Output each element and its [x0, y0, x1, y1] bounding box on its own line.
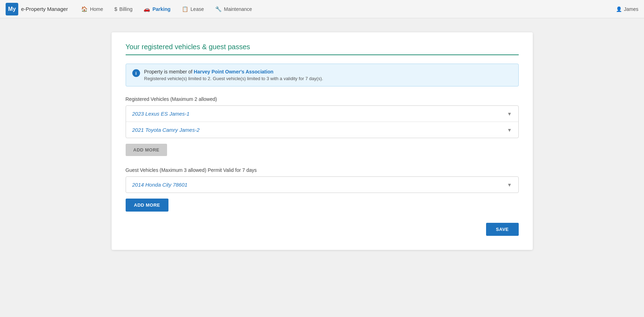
nav-item-lease[interactable]: 📋 Lease — [177, 4, 209, 14]
chevron-down-icon-2: ▼ — [507, 127, 512, 133]
parking-icon: 🚗 — [144, 6, 150, 12]
info-icon: i — [132, 69, 140, 77]
registered-vehicles-section: Registered Vehicles (Maximum 2 allowed) … — [126, 96, 519, 156]
brand: My e-Property Manager — [6, 3, 68, 15]
info-prefix: Property is member of — [144, 69, 194, 75]
brand-logo: My — [6, 3, 18, 15]
chevron-down-icon-1: ▼ — [507, 111, 512, 117]
username: James — [624, 6, 638, 12]
info-main: Property is member of Harvey Point Owner… — [144, 69, 323, 75]
info-detail: Registered vehicle(s) limited to 2. Gues… — [144, 76, 323, 81]
footer-row: SAVE — [126, 223, 519, 236]
registered-add-more-button[interactable]: ADD MORE — [126, 144, 167, 156]
nav-label-parking: Parking — [152, 6, 170, 12]
brand-name: e-Property Manager — [21, 6, 68, 12]
lease-icon: 📋 — [182, 6, 188, 12]
info-box: i Property is member of Harvey Point Own… — [126, 64, 519, 86]
nav-item-parking[interactable]: 🚗 Parking — [139, 4, 175, 14]
page-title: Your registered vehicles & guest passes — [126, 43, 519, 55]
guest-add-more-button[interactable]: ADD MORE — [126, 199, 169, 212]
user-icon: 👤 — [616, 6, 622, 12]
registered-vehicle-item-1[interactable]: 2023 Lexus ES James-1 ▼ — [126, 106, 518, 122]
registered-vehicle-name-2: 2021 Toyota Camry James-2 — [132, 127, 200, 133]
nav-label-billing: Billing — [119, 6, 132, 12]
nav-label-lease: Lease — [191, 6, 204, 12]
nav-item-billing[interactable]: $ Billing — [109, 4, 138, 14]
main-container: Your registered vehicles & guest passes … — [0, 18, 644, 264]
nav-links: 🏠 Home $ Billing 🚗 Parking 📋 Lease 🔧 Mai… — [76, 4, 616, 14]
home-icon: 🏠 — [81, 6, 88, 12]
save-button[interactable]: SAVE — [486, 223, 518, 236]
guest-vehicles-label: Guest Vehicles (Maximum 3 allowed) Permi… — [126, 167, 519, 173]
guest-vehicle-item-1[interactable]: 2014 Honda City 78601 ▼ — [126, 177, 518, 193]
info-text: Property is member of Harvey Point Owner… — [144, 69, 323, 81]
registered-vehicle-list: 2023 Lexus ES James-1 ▼ 2021 Toyota Camr… — [126, 105, 519, 138]
nav-label-home: Home — [90, 6, 103, 12]
content-card: Your registered vehicles & guest passes … — [112, 32, 533, 250]
nav-item-maintenance[interactable]: 🔧 Maintenance — [210, 4, 257, 14]
registered-vehicle-item-2[interactable]: 2021 Toyota Camry James-2 ▼ — [126, 122, 518, 138]
guest-vehicle-name-1: 2014 Honda City 78601 — [132, 182, 188, 188]
nav-user: 👤 James — [616, 6, 638, 12]
info-association: Harvey Point Owner's Association — [194, 69, 273, 75]
chevron-down-icon-3: ▼ — [507, 182, 512, 188]
guest-vehicles-section: Guest Vehicles (Maximum 3 allowed) Permi… — [126, 167, 519, 212]
nav-item-home[interactable]: 🏠 Home — [76, 4, 108, 14]
nav-label-maintenance: Maintenance — [224, 6, 252, 12]
maintenance-icon: 🔧 — [215, 6, 222, 12]
navbar: My e-Property Manager 🏠 Home $ Billing 🚗… — [0, 0, 644, 18]
registered-vehicle-name-1: 2023 Lexus ES James-1 — [132, 111, 190, 117]
billing-icon: $ — [114, 6, 117, 12]
guest-vehicle-list: 2014 Honda City 78601 ▼ — [126, 176, 519, 193]
registered-vehicles-label: Registered Vehicles (Maximum 2 allowed) — [126, 96, 519, 102]
